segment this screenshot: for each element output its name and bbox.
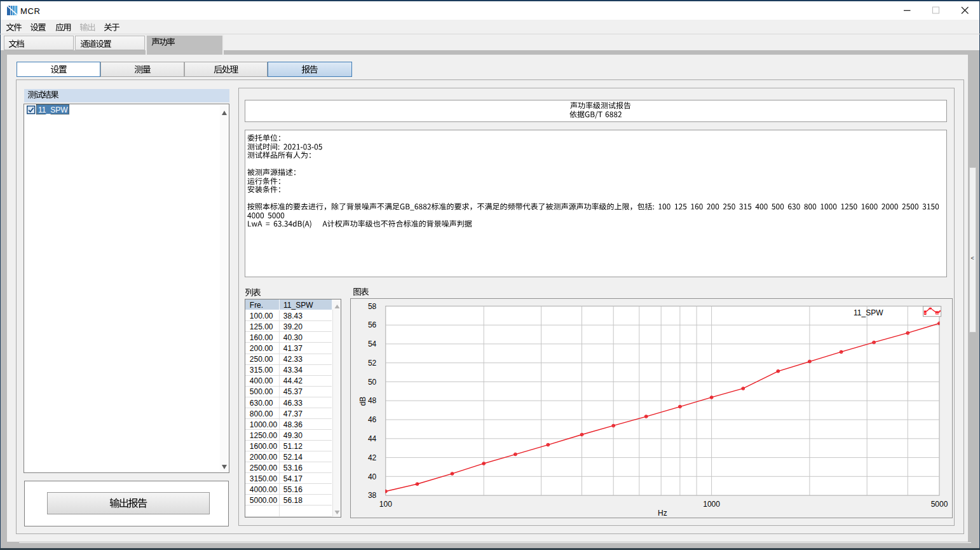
svg-text:Hz: Hz <box>658 509 667 518</box>
svg-text:40: 40 <box>368 472 377 481</box>
svg-text:52: 52 <box>368 359 377 368</box>
svg-text:48: 48 <box>368 396 377 405</box>
svg-text:50: 50 <box>368 378 377 387</box>
svg-text:44: 44 <box>368 434 377 443</box>
svg-text:dB: dB <box>358 397 367 406</box>
svg-text:58: 58 <box>368 302 377 311</box>
svg-text:5000: 5000 <box>931 500 948 509</box>
svg-text:38: 38 <box>368 491 377 500</box>
svg-text:46: 46 <box>368 415 377 424</box>
svg-text:1000: 1000 <box>703 500 720 509</box>
svg-text:56: 56 <box>368 320 377 329</box>
svg-text:11_SPW: 11_SPW <box>854 308 883 317</box>
svg-text:42: 42 <box>368 453 377 462</box>
svg-text:54: 54 <box>368 340 377 348</box>
svg-text:100: 100 <box>379 500 392 509</box>
